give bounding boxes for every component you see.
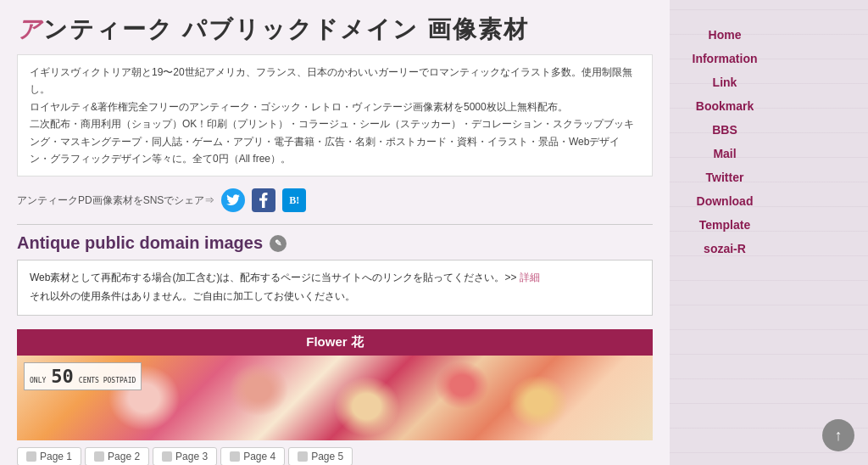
- sidebar: Home Information Link Bookmark BBS Mail …: [670, 0, 780, 465]
- sidebar-item-information[interactable]: Information: [670, 48, 780, 70]
- usage-text-1: Web素材として再配布する場合(加工含む)は、配布するページに当サイトへのリンク…: [30, 272, 516, 283]
- flower-page-4[interactable]: Page 4: [220, 447, 285, 465]
- category-flower-image[interactable]: ONLY 50 CENTS POSTPAID: [17, 356, 653, 440]
- sidebar-item-bookmark[interactable]: Bookmark: [670, 95, 780, 117]
- flower-illustration: ONLY 50 CENTS POSTPAID: [17, 356, 653, 440]
- sidebar-item-home[interactable]: Home: [670, 24, 780, 46]
- usage-detail-link[interactable]: 詳細: [520, 272, 540, 283]
- sns-row: アンティークPD画像素材をSNSでシェア⇒ B!: [17, 188, 653, 212]
- desc-line-1: イギリスヴィクトリア朝と19〜20世紀アメリカ、フランス、日本のかわいいガーリー…: [30, 64, 640, 98]
- sidebar-item-template[interactable]: Template: [670, 214, 780, 236]
- usage-box: Web素材として再配布する場合(加工含む)は、配布するページに当サイトへのリンク…: [17, 260, 653, 315]
- sidebar-item-link[interactable]: Link: [670, 71, 780, 93]
- page-icon-4: [230, 451, 240, 462]
- page-label-3: Page 3: [175, 451, 208, 462]
- sns-label: アンティークPD画像素材をSNSでシェア⇒: [17, 193, 214, 208]
- page-icon-2: [94, 451, 104, 462]
- section-title: Antique public domain images: [17, 233, 263, 253]
- hatena-share-icon[interactable]: B!: [282, 188, 306, 212]
- page-label-2: Page 2: [108, 451, 140, 462]
- stamp-price: 50: [51, 366, 74, 387]
- page-label-1: Page 1: [40, 451, 72, 462]
- flower-page-3[interactable]: Page 3: [153, 447, 217, 465]
- usage-line-1: Web素材として再配布する場合(加工含む)は、配布するページに当サイトへのリンク…: [30, 269, 640, 288]
- flower-page-2[interactable]: Page 2: [85, 447, 149, 465]
- usage-line-2: それ以外の使用条件はありません。ご自由に加工してお使いください。: [30, 288, 640, 306]
- sidebar-item-twitter[interactable]: Twitter: [670, 166, 780, 188]
- sidebar-item-sozai-r[interactable]: sozai-R: [670, 238, 780, 260]
- page-icon-5: [298, 451, 308, 462]
- edit-icon[interactable]: ✎: [270, 235, 287, 252]
- title-main: ンティーク パブリックドメイン 画像素材: [43, 16, 529, 42]
- stamp-cents: CENTS POSTPAID: [79, 377, 136, 384]
- facebook-share-icon[interactable]: [252, 188, 275, 212]
- flower-pagination: Page 1 Page 2 Page 3 Page 4 Page 5: [17, 447, 653, 465]
- sidebar-item-mail[interactable]: Mail: [670, 143, 780, 165]
- page-icon-1: [26, 451, 36, 462]
- category-flower: Flower 花 ONLY 50 CENTS POSTPAID Page 1: [17, 329, 653, 465]
- page-label-5: Page 5: [311, 451, 343, 462]
- page-icon-3: [162, 451, 172, 462]
- divider-1: [17, 224, 653, 225]
- twitter-share-icon[interactable]: [221, 188, 245, 212]
- description-box: イギリスヴィクトリア朝と19〜20世紀アメリカ、フランス、日本のかわいいガーリー…: [17, 54, 653, 176]
- sidebar-item-download[interactable]: Download: [670, 190, 780, 212]
- category-flower-header: Flower 花: [17, 329, 653, 356]
- page-label-4: Page 4: [243, 451, 275, 462]
- desc-line-3: 二次配布・商用利用（ショップ）OK！印刷（プリント）・コラージュ・シール（ステッ…: [30, 115, 640, 167]
- sidebar-item-bbs[interactable]: BBS: [670, 119, 780, 141]
- scroll-top-button[interactable]: ↑: [822, 419, 854, 451]
- desc-line-2: ロイヤルティ&著作権完全フリーのアンティーク・ゴシック・レトロ・ヴィンテージ画像…: [30, 98, 640, 115]
- flower-page-5[interactable]: Page 5: [288, 447, 353, 465]
- sidebar-nav: Home Information Link Bookmark BBS Mail …: [670, 7, 780, 260]
- main-content: アンティーク パブリックドメイン 画像素材 イギリスヴィクトリア朝と19〜20世…: [0, 0, 670, 465]
- stamp-overlay: ONLY 50 CENTS POSTPAID: [24, 362, 142, 390]
- section-heading: Antique public domain images ✎: [17, 233, 653, 253]
- stamp-only: ONLY: [30, 377, 46, 384]
- site-title: アンティーク パブリックドメイン 画像素材: [17, 14, 653, 46]
- title-accent: ア: [17, 16, 43, 42]
- flower-page-1[interactable]: Page 1: [17, 447, 81, 465]
